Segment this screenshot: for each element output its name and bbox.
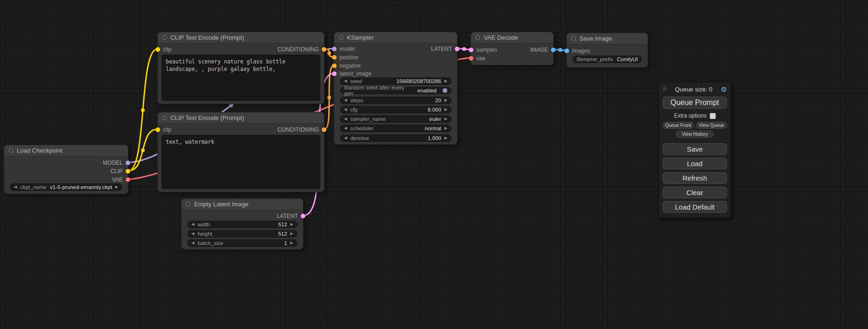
node-empty-latent-image[interactable]: Empty Latent Image LATENT ◀ width 512 ▶ … bbox=[181, 198, 303, 250]
increment-arrow-icon[interactable]: ▶ bbox=[115, 185, 118, 189]
widget-width[interactable]: ◀ width 512 ▶ bbox=[187, 221, 297, 228]
node-title: Load Checkpoint bbox=[17, 147, 63, 154]
increment-arrow-icon[interactable]: ▶ bbox=[445, 79, 447, 83]
images-input-dot[interactable] bbox=[565, 49, 569, 53]
graph-canvas[interactable]: Load Checkpoint MODEL CLIP VAE ◀ ckpt_na… bbox=[0, 0, 868, 329]
image-output-dot[interactable] bbox=[551, 48, 556, 52]
node-title-bar[interactable]: CLIP Text Encode (Prompt) bbox=[158, 112, 324, 124]
input-slot-clip: clip bbox=[155, 126, 171, 134]
widget-scheduler[interactable]: ◀ scheduler normal ▶ bbox=[340, 125, 452, 132]
model-output-dot[interactable] bbox=[126, 161, 130, 165]
node-title: Empty Latent Image bbox=[194, 201, 248, 208]
toggle-knob[interactable] bbox=[443, 88, 447, 93]
slot-label: clip bbox=[163, 126, 171, 133]
widget-cfg[interactable]: ◀ cfg 8.000 ▶ bbox=[340, 106, 452, 113]
widget-denoise[interactable]: ◀ denoise 1.000 ▶ bbox=[340, 134, 452, 142]
increment-arrow-icon[interactable]: ▶ bbox=[290, 223, 293, 226]
widget-batch-size[interactable]: ◀ batch_size 1 ▶ bbox=[187, 239, 297, 247]
decrement-arrow-icon[interactable]: ◀ bbox=[344, 126, 347, 130]
decrement-arrow-icon[interactable]: ◀ bbox=[14, 185, 17, 189]
decrement-arrow-icon[interactable]: ◀ bbox=[344, 117, 347, 121]
extra-options-checkbox[interactable] bbox=[710, 113, 716, 119]
node-collapse-dot[interactable] bbox=[162, 35, 167, 40]
widget-height[interactable]: ◀ height 512 ▶ bbox=[187, 230, 297, 238]
refresh-button[interactable]: Refresh bbox=[663, 172, 727, 184]
clear-button[interactable]: Clear bbox=[663, 187, 727, 198]
increment-arrow-icon[interactable]: ▶ bbox=[445, 117, 447, 121]
queue-prompt-button[interactable]: Queue Prompt bbox=[663, 97, 727, 109]
node-title-bar[interactable]: Save Image bbox=[567, 33, 648, 44]
widget-seed[interactable]: ◀ seed 156680208700286 ▶ bbox=[340, 77, 452, 85]
node-title-bar[interactable]: CLIP Text Encode (Prompt) bbox=[158, 32, 324, 43]
node-collapse-dot[interactable] bbox=[186, 202, 191, 206]
increment-arrow-icon[interactable]: ▶ bbox=[445, 136, 447, 140]
node-clip-text-encode-positive[interactable]: CLIP Text Encode (Prompt) clip CONDITION… bbox=[157, 32, 325, 104]
increment-arrow-icon[interactable]: ▶ bbox=[290, 232, 293, 236]
widget-random-seed-toggle[interactable]: Random seed after every gen enabled bbox=[340, 87, 452, 94]
node-title-bar[interactable]: VAE Decode bbox=[471, 32, 553, 43]
widget-steps[interactable]: ◀ steps 20 ▶ bbox=[340, 97, 452, 104]
node-title-bar[interactable]: Load Checkpoint bbox=[4, 145, 128, 156]
samples-input-dot[interactable] bbox=[469, 48, 473, 52]
clip-input-dot[interactable] bbox=[155, 127, 160, 132]
node-collapse-dot[interactable] bbox=[9, 148, 13, 153]
decrement-arrow-icon[interactable]: ◀ bbox=[344, 79, 347, 83]
increment-arrow-icon[interactable]: ▶ bbox=[445, 98, 447, 102]
negative-input-dot[interactable] bbox=[332, 63, 337, 68]
increment-arrow-icon[interactable]: ▶ bbox=[445, 108, 447, 112]
drag-handle-icon[interactable]: ⠿ bbox=[663, 86, 667, 92]
conditioning-output-dot[interactable] bbox=[322, 127, 326, 132]
decrement-arrow-icon[interactable]: ◀ bbox=[191, 223, 194, 226]
node-title-bar[interactable]: Empty Latent Image bbox=[182, 199, 303, 210]
node-collapse-dot[interactable] bbox=[339, 35, 343, 40]
widget-label: batch_size bbox=[198, 240, 223, 246]
slot-label: clip bbox=[163, 46, 171, 53]
node-collapse-dot[interactable] bbox=[572, 36, 576, 41]
conditioning-output-dot[interactable] bbox=[322, 47, 326, 52]
node-ksampler[interactable]: KSampler model positive negative latent_… bbox=[334, 32, 458, 145]
decrement-arrow-icon[interactable]: ◀ bbox=[191, 241, 194, 245]
node-vae-decode[interactable]: VAE Decode samples vae IMAGE bbox=[471, 32, 554, 65]
clip-output-dot[interactable] bbox=[126, 169, 130, 174]
vae-input-dot[interactable] bbox=[469, 56, 473, 61]
prompt-textarea[interactable]: beautiful scenery nature glass bottle la… bbox=[162, 55, 320, 101]
node-load-checkpoint[interactable]: Load Checkpoint MODEL CLIP VAE ◀ ckpt_na… bbox=[4, 145, 128, 194]
node-title: CLIP Text Encode (Prompt) bbox=[170, 114, 244, 121]
widget-ckpt-name[interactable]: ◀ ckpt_name v1-5-pruned-emaonly.ckpt ▶ bbox=[10, 183, 122, 191]
input-slot-negative: negative bbox=[332, 62, 360, 70]
decrement-arrow-icon[interactable]: ◀ bbox=[344, 136, 347, 140]
node-collapse-dot[interactable] bbox=[476, 35, 480, 40]
save-button[interactable]: Save bbox=[663, 143, 727, 155]
node-title-bar[interactable]: KSampler bbox=[334, 32, 457, 43]
widget-filename-prefix[interactable]: filename_prefix ComfyUI bbox=[572, 56, 642, 63]
model-input-dot[interactable] bbox=[332, 47, 337, 51]
prompt-textarea[interactable]: text, watermark bbox=[162, 135, 320, 189]
vae-output-dot[interactable] bbox=[126, 177, 130, 182]
input-slot-images: images bbox=[565, 47, 590, 55]
increment-arrow-icon[interactable]: ▶ bbox=[445, 126, 447, 130]
slot-label: LATENT bbox=[431, 46, 452, 52]
latent-output-dot[interactable] bbox=[455, 47, 459, 51]
increment-arrow-icon[interactable]: ▶ bbox=[290, 241, 293, 245]
clip-input-dot[interactable] bbox=[155, 47, 160, 52]
latent-image-input-dot[interactable] bbox=[332, 71, 337, 76]
latent-output-dot[interactable] bbox=[301, 214, 305, 218]
decrement-arrow-icon[interactable]: ◀ bbox=[344, 98, 347, 102]
widget-value: 512 bbox=[278, 231, 287, 237]
history-pill-row: View History bbox=[663, 131, 727, 138]
view-queue-button[interactable]: View Queue bbox=[696, 122, 727, 129]
node-save-image[interactable]: Save Image images filename_prefix ComfyU… bbox=[566, 33, 648, 68]
link-midpoint-dot bbox=[327, 96, 331, 99]
queue-front-button[interactable]: Queue Front bbox=[663, 122, 694, 129]
view-history-button[interactable]: View History bbox=[676, 131, 714, 138]
node-collapse-dot[interactable] bbox=[162, 116, 167, 120]
decrement-arrow-icon[interactable]: ◀ bbox=[191, 232, 194, 236]
node-clip-text-encode-negative[interactable]: CLIP Text Encode (Prompt) clip CONDITION… bbox=[157, 112, 325, 192]
load-default-button[interactable]: Load Default bbox=[663, 201, 727, 213]
decrement-arrow-icon[interactable]: ◀ bbox=[344, 108, 347, 112]
settings-gear-icon[interactable]: ⚙ bbox=[721, 86, 727, 93]
input-slot-samples: samples bbox=[469, 46, 497, 54]
load-button[interactable]: Load bbox=[663, 158, 727, 169]
positive-input-dot[interactable] bbox=[332, 55, 337, 60]
widget-sampler-name[interactable]: ◀ sampler_name euler ▶ bbox=[340, 115, 452, 123]
